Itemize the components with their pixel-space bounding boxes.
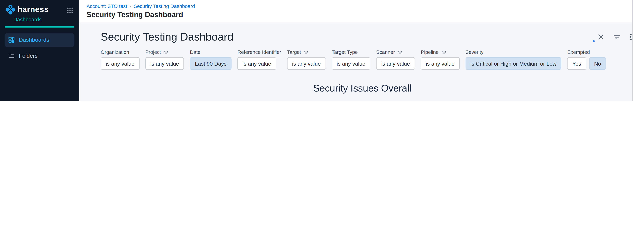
sidebar-item-folders[interactable]: Folders xyxy=(4,49,74,62)
kebab-menu-icon[interactable] xyxy=(630,33,632,40)
filter-icon[interactable] xyxy=(614,34,620,40)
sidebar-item-label: Dashboards xyxy=(19,37,49,43)
filter-option-yes[interactable]: Yes xyxy=(567,57,586,70)
filter-severity: Severityis Critical or High or Medium or… xyxy=(466,49,562,70)
page-title: Security Testing Dashboard xyxy=(86,10,644,19)
module-underline xyxy=(4,26,74,27)
dashboard-panel: Security Testing Dashboard xyxy=(80,23,644,101)
filter-label: Pipeline xyxy=(421,49,460,55)
filter-label: Date xyxy=(190,49,232,55)
filter-value-target[interactable]: is any value xyxy=(287,57,326,70)
panel-left-edge xyxy=(79,23,80,101)
content-row: Security Testing Dashboard xyxy=(79,23,644,101)
filter-toggle-group: YesNo xyxy=(567,57,606,70)
dashboard-title: Security Testing Dashboard xyxy=(101,31,233,43)
filter-label: Reference Identifier xyxy=(238,49,281,55)
filter-label: Target xyxy=(287,49,326,55)
sidebar-nav: Dashboards Folders xyxy=(0,33,79,62)
filter-value-pipeline[interactable]: is any value xyxy=(421,57,460,70)
section-heading: Security Issues Overall xyxy=(101,83,624,94)
link-icon xyxy=(304,50,308,55)
breadcrumb-account-link[interactable]: Account: STO test xyxy=(86,3,127,9)
filter-label: Scanner xyxy=(376,49,415,55)
filter-value-scanner[interactable]: is any value xyxy=(376,57,415,70)
breadcrumb-dashboard-link[interactable]: Security Testing Dashboard xyxy=(134,3,195,9)
sidebar-header: harness Dashboards xyxy=(0,0,79,22)
filter-target-type: Target Typeis any value xyxy=(332,49,370,70)
filter-label: Project xyxy=(145,49,184,55)
filter-target: Targetis any value xyxy=(287,49,326,70)
sidebar-item-dashboards[interactable]: Dashboards xyxy=(4,33,74,46)
filter-value-project[interactable]: is any value xyxy=(145,57,184,70)
sidebar: harness Dashboards Dashboards xyxy=(0,0,79,101)
dashboard-actions xyxy=(598,33,632,40)
brand-name: harness xyxy=(18,4,48,15)
filter-value-organization[interactable]: is any value xyxy=(101,57,139,70)
app-root: harness Dashboards Dashboards xyxy=(0,0,644,101)
clear-cross-icon[interactable] xyxy=(598,34,604,40)
filter-value-severity[interactable]: is Critical or High or Medium or Low xyxy=(466,57,562,70)
filter-organization: Organizationis any value xyxy=(101,49,139,70)
cursor-dot xyxy=(593,40,595,42)
filter-project: Projectis any value xyxy=(145,49,184,70)
module-name: Dashboards xyxy=(13,17,74,22)
filter-scanner: Scanneris any value xyxy=(376,49,415,70)
scrollbar-gutter[interactable] xyxy=(632,0,644,101)
filter-value-reference-identifier[interactable]: is any value xyxy=(238,57,276,70)
link-icon xyxy=(398,50,402,55)
app-switcher-icon[interactable] xyxy=(67,7,73,13)
dashboards-icon xyxy=(8,37,15,43)
harness-logo-icon xyxy=(5,4,16,15)
link-icon xyxy=(164,50,168,55)
filter-label: Exempted xyxy=(567,49,606,55)
filter-date: DateLast 90 Days xyxy=(190,49,232,70)
dashboard-header: Security Testing Dashboard xyxy=(101,31,634,43)
page-header: Account: STO test › Security Testing Das… xyxy=(79,0,644,23)
filter-value-date[interactable]: Last 90 Days xyxy=(190,57,232,70)
link-icon xyxy=(441,50,446,55)
main-area: Account: STO test › Security Testing Das… xyxy=(79,0,644,101)
breadcrumb: Account: STO test › Security Testing Das… xyxy=(86,3,644,9)
folder-icon xyxy=(8,53,15,59)
filter-option-no[interactable]: No xyxy=(589,57,606,70)
filter-label: Organization xyxy=(101,49,139,55)
filter-bar: Organizationis any valueProjectis any va… xyxy=(101,49,634,70)
filter-pipeline: Pipelineis any value xyxy=(421,49,460,70)
sidebar-item-label: Folders xyxy=(19,53,38,59)
filter-value-target-type[interactable]: is any value xyxy=(332,57,370,70)
filter-reference-identifier: Reference Identifieris any value xyxy=(238,49,281,70)
filter-label: Target Type xyxy=(332,49,370,55)
filter-label: Severity xyxy=(466,49,562,55)
filter-exempted: ExemptedYesNo xyxy=(567,49,606,70)
chevron-right-icon: › xyxy=(130,4,131,9)
